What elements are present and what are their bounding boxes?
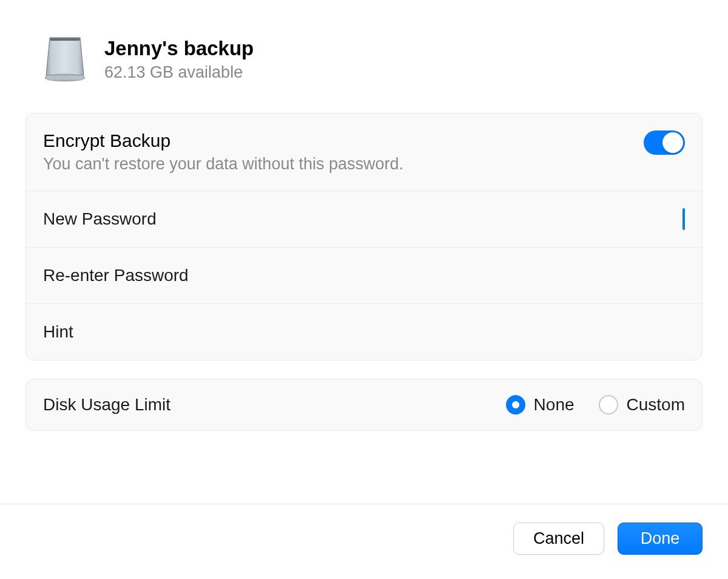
- reenter-password-input[interactable]: [442, 263, 685, 288]
- disk-usage-row: Disk Usage Limit None Custom: [26, 379, 702, 430]
- radio-button-none: [506, 395, 525, 415]
- radio-custom[interactable]: Custom: [599, 395, 685, 415]
- new-password-label: New Password: [43, 209, 157, 229]
- reenter-password-row[interactable]: Re-enter Password: [26, 248, 702, 304]
- done-button[interactable]: Done: [618, 523, 703, 555]
- encrypt-toggle[interactable]: [644, 130, 685, 155]
- radio-button-custom: [599, 395, 618, 415]
- radio-label-custom: Custom: [627, 395, 685, 415]
- new-password-row[interactable]: New Password: [26, 191, 702, 248]
- disk-usage-radio-group: None Custom: [506, 395, 685, 415]
- radio-label-none: None: [534, 395, 575, 415]
- hint-input[interactable]: [442, 320, 685, 344]
- cancel-button[interactable]: Cancel: [513, 523, 604, 555]
- disk-usage-label: Disk Usage Limit: [43, 395, 170, 415]
- disk-usage-panel: Disk Usage Limit None Custom: [25, 379, 703, 431]
- reenter-password-label: Re-enter Password: [43, 266, 189, 285]
- disk-available: 62.13 GB available: [104, 63, 254, 82]
- toggle-knob: [662, 132, 683, 153]
- encrypt-subtitle: You can't restore your data without this…: [43, 155, 403, 174]
- text-cursor: [682, 208, 685, 230]
- encrypt-row: Encrypt Backup You can't restore your da…: [26, 113, 702, 191]
- hint-row[interactable]: Hint: [26, 304, 702, 360]
- footer: Cancel Done: [0, 504, 728, 579]
- encrypt-title: Encrypt Backup: [43, 130, 403, 151]
- new-password-input[interactable]: [442, 207, 685, 231]
- radio-none[interactable]: None: [506, 395, 575, 415]
- disk-name: Jenny's backup: [104, 36, 254, 61]
- disk-header: Jenny's backup 62.13 GB available: [25, 36, 703, 83]
- hint-label: Hint: [43, 322, 73, 342]
- encryption-panel: Encrypt Backup You can't restore your da…: [25, 113, 703, 361]
- external-disk-icon: [44, 36, 86, 83]
